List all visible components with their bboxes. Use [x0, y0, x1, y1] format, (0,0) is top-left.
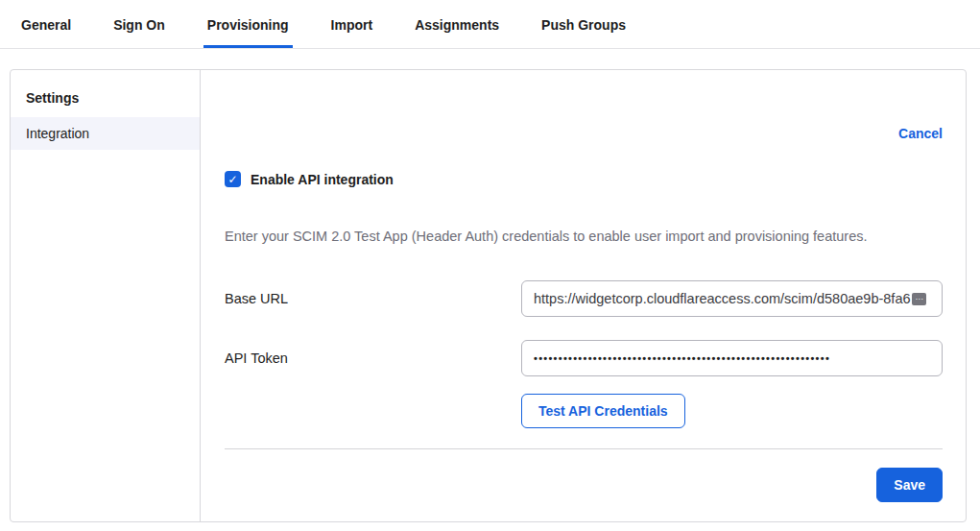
api-token-label: API Token	[225, 340, 521, 366]
test-button-row: Test API Credentials	[521, 394, 943, 428]
app-tab-bar: General Sign On Provisioning Import Assi…	[0, 0, 980, 49]
enable-api-integration-checkbox[interactable]: ✓	[225, 171, 241, 187]
provisioning-panel: Settings Integration Cancel ✓ Enable API…	[10, 69, 967, 522]
tab-provisioning[interactable]: Provisioning	[203, 2, 293, 48]
sidebar-item-integration[interactable]: Integration	[11, 117, 200, 150]
tab-sign-on[interactable]: Sign On	[109, 2, 169, 48]
save-button[interactable]: Save	[876, 468, 943, 502]
footer-divider	[225, 448, 943, 449]
api-token-masked-value: ••••••••••••••••••••••••••••••••••••••••…	[534, 352, 830, 364]
base-url-row: Base URL https://widgetcorp.cloudflareac…	[225, 280, 943, 317]
enable-api-integration-row: ✓ Enable API integration	[225, 171, 943, 187]
tab-general[interactable]: General	[17, 2, 75, 48]
base-url-input[interactable]: https://widgetcorp.cloudflareaccess.com/…	[521, 280, 943, 317]
base-url-label: Base URL	[225, 280, 521, 306]
enable-api-integration-label: Enable API integration	[251, 172, 394, 187]
base-url-value: https://widgetcorp.cloudflareaccess.com/…	[534, 291, 911, 306]
cancel-link[interactable]: Cancel	[898, 126, 943, 141]
text-overflow-icon: ⋯	[912, 293, 926, 305]
settings-sidebar: Settings Integration	[11, 70, 201, 521]
sidebar-header-settings: Settings	[11, 82, 200, 117]
tab-push-groups[interactable]: Push Groups	[538, 2, 630, 48]
api-token-row: API Token ••••••••••••••••••••••••••••••…	[225, 340, 943, 376]
api-token-input[interactable]: ••••••••••••••••••••••••••••••••••••••••…	[521, 340, 943, 376]
tab-assignments[interactable]: Assignments	[411, 2, 503, 48]
save-row: Save	[225, 468, 943, 502]
cancel-row: Cancel	[225, 126, 943, 141]
checkmark-icon: ✓	[227, 173, 237, 186]
tab-import[interactable]: Import	[327, 2, 377, 48]
credentials-description: Enter your SCIM 2.0 Test App (Header Aut…	[225, 229, 943, 244]
test-api-credentials-button[interactable]: Test API Credentials	[521, 394, 685, 428]
integration-settings-content: Cancel ✓ Enable API integration Enter yo…	[201, 70, 966, 521]
